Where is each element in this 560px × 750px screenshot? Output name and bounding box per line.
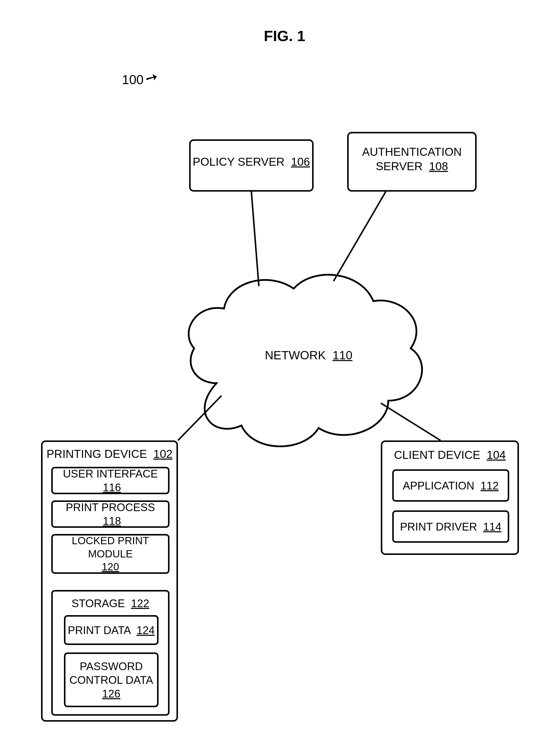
- client-device-num: 104: [486, 448, 506, 461]
- client-application-label: APPLICATION: [403, 480, 474, 492]
- password-control-data-box: PASSWORD CONTROL DATA 126: [64, 652, 159, 707]
- policy-server-label: POLICY SERVER: [193, 155, 284, 168]
- client-device-label: CLIENT DEVICE: [394, 448, 480, 461]
- password-control-data-label1: PASSWORD: [80, 660, 143, 672]
- policy-server-num: 106: [291, 155, 310, 168]
- print-data-box: PRINT DATA 124: [64, 615, 159, 645]
- print-process-box: PRINT PROCESS 118: [51, 501, 169, 528]
- client-print-driver-num: 114: [483, 521, 501, 533]
- auth-server-box: AUTHENTICATION SERVER 108: [347, 132, 477, 191]
- locked-print-module-label: LOCKED PRINT MODULE: [72, 535, 149, 560]
- client-print-driver-label: PRINT DRIVER: [400, 521, 477, 533]
- password-control-data-label2: CONTROL DATA: [69, 674, 153, 686]
- storage-box: STORAGE 122 PRINT DATA 124 PASSWORD CONT…: [51, 590, 169, 716]
- client-device-box: CLIENT DEVICE 104 APPLICATION 112 PRINT …: [381, 441, 519, 555]
- network-label: NETWORK 110: [264, 348, 354, 362]
- network-label-text: NETWORK: [265, 349, 326, 362]
- auth-server-label-line1: AUTHENTICATION: [362, 145, 462, 158]
- user-interface-num: 116: [103, 481, 121, 493]
- auth-server-num: 108: [429, 160, 448, 173]
- client-application-box: APPLICATION 112: [392, 469, 509, 502]
- printing-device-label: PRINTING DEVICE: [46, 447, 147, 460]
- user-interface-label: USER INTERFACE: [63, 468, 158, 480]
- policy-server-box: POLICY SERVER 106: [189, 139, 314, 191]
- print-data-label: PRINT DATA: [68, 624, 131, 636]
- storage-label: STORAGE: [72, 597, 125, 609]
- printing-device-box: PRINTING DEVICE 102 USER INTERFACE 116 P…: [41, 441, 178, 722]
- figure-ref-arrow: ➚: [142, 66, 162, 88]
- auth-server-label-line2: SERVER: [376, 160, 423, 173]
- svg-line-0: [252, 191, 259, 286]
- print-process-label: PRINT PROCESS: [66, 501, 155, 513]
- figure-ref-100: 100: [122, 72, 144, 87]
- storage-num: 122: [131, 597, 149, 609]
- network-num: 110: [333, 349, 353, 362]
- svg-line-2: [381, 403, 441, 441]
- print-data-num: 124: [136, 624, 155, 636]
- password-control-data-num: 126: [102, 688, 120, 700]
- svg-line-1: [334, 191, 386, 281]
- svg-line-3: [178, 396, 221, 441]
- locked-print-module-num: 120: [102, 561, 119, 572]
- user-interface-box: USER INTERFACE 116: [51, 467, 169, 494]
- figure-title: FIG. 1: [264, 27, 305, 44]
- client-print-driver-box: PRINT DRIVER 114: [392, 510, 509, 543]
- print-process-num: 118: [103, 515, 121, 527]
- locked-print-module-box: LOCKED PRINT MODULE 120: [51, 534, 169, 574]
- printing-device-num: 102: [153, 447, 173, 460]
- client-application-num: 112: [480, 480, 499, 492]
- diagram-stage: FIG. 1 100 ➚ NETWORK 110 POLICY SERVER 1…: [0, 0, 560, 750]
